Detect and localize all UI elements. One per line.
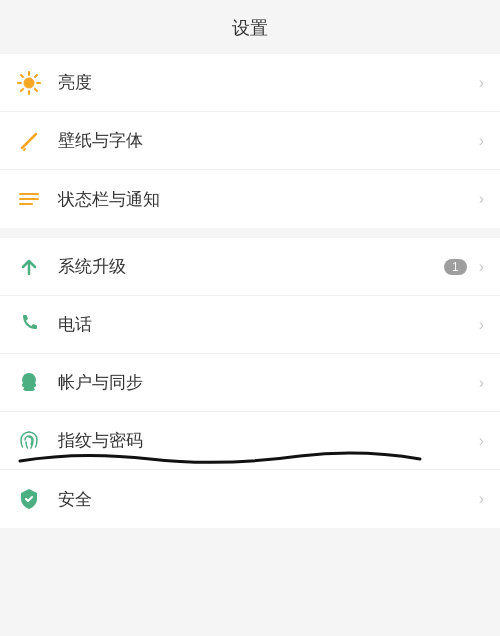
phone-item[interactable]: 电话 › — [0, 296, 500, 354]
account-label: 帐户与同步 — [58, 371, 475, 394]
security-label: 安全 — [58, 488, 475, 511]
fingerprint-icon — [16, 428, 54, 454]
fingerprint-label: 指纹与密码 — [58, 429, 475, 452]
security-chevron: › — [479, 490, 484, 508]
upgrade-label: 系统升级 — [58, 255, 444, 278]
phone-icon — [16, 312, 54, 338]
wallpaper-label: 壁纸与字体 — [58, 129, 475, 152]
brightness-chevron: › — [479, 74, 484, 92]
brightness-label: 亮度 — [58, 71, 475, 94]
system-section: 系统升级 1 › 电话 › 帐户与同步 › — [0, 238, 500, 528]
upgrade-item[interactable]: 系统升级 1 › — [0, 238, 500, 296]
fingerprint-item[interactable]: 指纹与密码 › — [0, 412, 500, 470]
svg-point-0 — [24, 78, 34, 88]
svg-line-10 — [24, 149, 25, 150]
statusbar-label: 状态栏与通知 — [58, 188, 475, 211]
account-icon — [16, 370, 54, 396]
svg-line-7 — [35, 74, 37, 76]
svg-line-5 — [21, 74, 23, 76]
statusbar-item[interactable]: 状态栏与通知 › — [0, 170, 500, 228]
svg-line-9 — [22, 134, 36, 148]
security-item[interactable]: 安全 › — [0, 470, 500, 528]
wallpaper-chevron: › — [479, 132, 484, 150]
page-title: 设置 — [0, 0, 500, 54]
wallpaper-icon — [16, 128, 54, 154]
svg-point-19 — [30, 382, 36, 387]
upgrade-badge: 1 — [444, 259, 467, 275]
security-icon — [16, 486, 54, 512]
brightness-icon — [16, 70, 54, 96]
fingerprint-chevron: › — [479, 432, 484, 450]
upgrade-icon — [16, 254, 54, 280]
upgrade-chevron: › — [479, 258, 484, 276]
statusbar-icon — [16, 186, 54, 212]
phone-chevron: › — [479, 316, 484, 334]
account-item[interactable]: 帐户与同步 › — [0, 354, 500, 412]
phone-label: 电话 — [58, 313, 475, 336]
statusbar-chevron: › — [479, 190, 484, 208]
svg-rect-20 — [24, 387, 34, 391]
wallpaper-item[interactable]: 壁纸与字体 › — [0, 112, 500, 170]
brightness-item[interactable]: 亮度 › — [0, 54, 500, 112]
svg-line-6 — [35, 88, 37, 90]
svg-point-18 — [22, 382, 28, 387]
svg-line-8 — [21, 88, 23, 90]
account-chevron: › — [479, 374, 484, 392]
display-section: 亮度 › 壁纸与字体 › 状态栏与通知 › — [0, 54, 500, 228]
